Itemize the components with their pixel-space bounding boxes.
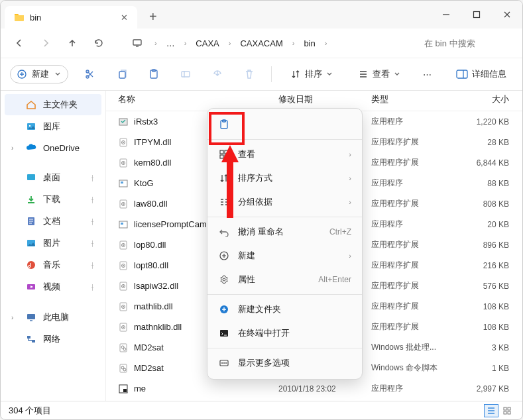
file-type: 应用程序 bbox=[371, 178, 459, 189]
file-icon bbox=[118, 240, 129, 250]
view-details-icon[interactable] bbox=[484, 404, 498, 417]
sidebar-item-network[interactable]: 网络 bbox=[5, 329, 101, 350]
breadcrumb-caxa[interactable]: CAXA bbox=[192, 36, 223, 51]
svg-rect-61 bbox=[220, 155, 223, 158]
breadcrumb-ellipsis[interactable]: … bbox=[162, 36, 179, 51]
view-large-icon[interactable] bbox=[500, 404, 514, 417]
svg-rect-68 bbox=[504, 407, 506, 410]
back-button[interactable] bbox=[7, 32, 31, 54]
file-icon bbox=[118, 301, 129, 312]
view-button[interactable]: 查看 bbox=[351, 64, 407, 84]
file-icon bbox=[118, 137, 129, 148]
ctx-paste-icon-row[interactable] bbox=[207, 113, 362, 136]
rename-button[interactable] bbox=[176, 64, 196, 84]
file-name: kern80.dll bbox=[134, 158, 171, 168]
close-tab-icon[interactable]: ✕ bbox=[121, 13, 128, 23]
refresh-button[interactable] bbox=[87, 32, 111, 54]
table-row[interactable]: me2010/1/18 23:02应用程序2,997 KB bbox=[106, 378, 522, 399]
pin-icon: ⟊ bbox=[90, 283, 95, 291]
file-icon bbox=[118, 363, 129, 374]
pc-icon bbox=[26, 312, 36, 323]
cut-button[interactable] bbox=[80, 64, 100, 84]
details-label: 详细信息 bbox=[472, 68, 506, 80]
col-size[interactable]: 大小 bbox=[459, 93, 517, 105]
maximize-button[interactable] bbox=[461, 1, 492, 28]
sidebar-item-home[interactable]: 主文件夹 bbox=[5, 94, 101, 115]
copy-button[interactable] bbox=[112, 64, 132, 84]
network-icon bbox=[26, 334, 36, 344]
pin-icon: ⟊ bbox=[90, 217, 95, 225]
new-tab-button[interactable]: + bbox=[144, 7, 162, 27]
svg-rect-71 bbox=[508, 411, 510, 414]
svg-rect-62 bbox=[225, 155, 228, 158]
pin-icon: ⟊ bbox=[90, 195, 95, 203]
sidebar-item-thispc[interactable]: ›此电脑 bbox=[5, 307, 101, 328]
sidebar-item-gallery[interactable]: 图库 bbox=[5, 116, 101, 137]
ctx-properties[interactable]: 属性Alt+Enter bbox=[207, 268, 362, 291]
new-label: 新建 bbox=[32, 68, 49, 80]
search-input[interactable] bbox=[419, 33, 512, 53]
file-name: ITPYM.dll bbox=[134, 137, 171, 147]
pc-icon[interactable] bbox=[125, 32, 149, 54]
file-name: iRstx3 bbox=[134, 117, 158, 127]
svg-rect-5 bbox=[119, 72, 125, 78]
sidebar-item-desktop[interactable]: 桌面⟊ bbox=[5, 167, 101, 188]
file-icon bbox=[118, 117, 129, 127]
ctx-group[interactable]: 分组依据› bbox=[207, 190, 362, 214]
share-button[interactable] bbox=[207, 64, 227, 84]
sidebar-item-documents[interactable]: 文档⟊ bbox=[5, 211, 101, 232]
newfolder-icon bbox=[218, 303, 230, 315]
ctx-sort[interactable]: 排序方式› bbox=[207, 166, 362, 190]
svg-rect-33 bbox=[121, 223, 123, 225]
sidebar-item-pictures[interactable]: 图片⟊ bbox=[5, 233, 101, 254]
breadcrumb-caxacam[interactable]: CAXACAM bbox=[236, 36, 286, 51]
up-button[interactable] bbox=[60, 32, 84, 54]
file-type: 应用程序扩展 bbox=[371, 136, 459, 148]
folder-icon bbox=[14, 12, 25, 23]
file-icon bbox=[118, 281, 129, 291]
file-size: 2,997 KB bbox=[459, 384, 517, 394]
svg-rect-8 bbox=[182, 72, 190, 77]
breadcrumb-bin[interactable]: bin bbox=[300, 36, 319, 51]
file-name: law80.dll bbox=[134, 199, 168, 209]
sidebar-item-music[interactable]: 音乐⟊ bbox=[5, 254, 101, 276]
delete-button[interactable] bbox=[239, 64, 259, 84]
sidebar-item-videos[interactable]: 视频⟊ bbox=[5, 276, 101, 297]
minimize-button[interactable] bbox=[431, 1, 461, 28]
ctx-view[interactable]: 查看› bbox=[207, 142, 362, 166]
chevron-right-icon: › bbox=[349, 198, 351, 206]
tab-bin[interactable]: bin ✕ bbox=[5, 6, 137, 28]
svg-point-48 bbox=[123, 327, 124, 328]
ctx-undo[interactable]: 撤消 重命名Ctrl+Z bbox=[207, 220, 362, 244]
file-size: 896 KB bbox=[459, 240, 517, 250]
chevron-right-icon[interactable]: › bbox=[11, 314, 19, 321]
file-type: 应用程序扩展 bbox=[371, 301, 459, 312]
file-pane: 名称 修改日期 类型 大小 iRstx32004/8/11 18:49应用程序1… bbox=[106, 91, 522, 401]
ctx-terminal[interactable]: 在终端中打开 bbox=[207, 321, 362, 345]
chevron-right-icon[interactable]: › bbox=[11, 144, 19, 152]
forward-button[interactable] bbox=[34, 32, 58, 54]
file-type: 应用程序扩展 bbox=[371, 280, 459, 291]
paste-button[interactable] bbox=[144, 64, 164, 84]
music-icon bbox=[26, 260, 36, 270]
col-type[interactable]: 类型 bbox=[371, 93, 459, 105]
more-button[interactable]: ⋯ bbox=[419, 66, 436, 83]
file-size: 6,844 KB bbox=[459, 158, 517, 168]
col-name[interactable]: 名称 bbox=[111, 93, 278, 105]
close-window-button[interactable] bbox=[492, 1, 522, 28]
ctx-more[interactable]: 显示更多选项 bbox=[207, 351, 362, 375]
ctx-newfolder[interactable]: 新建文件夹 bbox=[207, 297, 362, 321]
ctx-new[interactable]: 新建› bbox=[207, 244, 362, 268]
col-date[interactable]: 修改日期 bbox=[278, 93, 371, 105]
pin-icon: ⟊ bbox=[90, 239, 95, 247]
file-size: 108 KB bbox=[459, 302, 517, 311]
sort-button[interactable]: 排序 bbox=[284, 64, 339, 84]
sidebar-item-onedrive[interactable]: ›OneDrive bbox=[5, 138, 101, 158]
sidebar-item-downloads[interactable]: 下载⟊ bbox=[5, 189, 101, 210]
sort-icon bbox=[218, 172, 230, 184]
new-button[interactable]: 新建 bbox=[10, 65, 68, 83]
file-name: lop80.dll bbox=[134, 240, 166, 250]
group-icon bbox=[218, 196, 230, 208]
details-panel-button[interactable]: 详细信息 bbox=[449, 64, 513, 84]
svg-point-23 bbox=[123, 142, 124, 143]
